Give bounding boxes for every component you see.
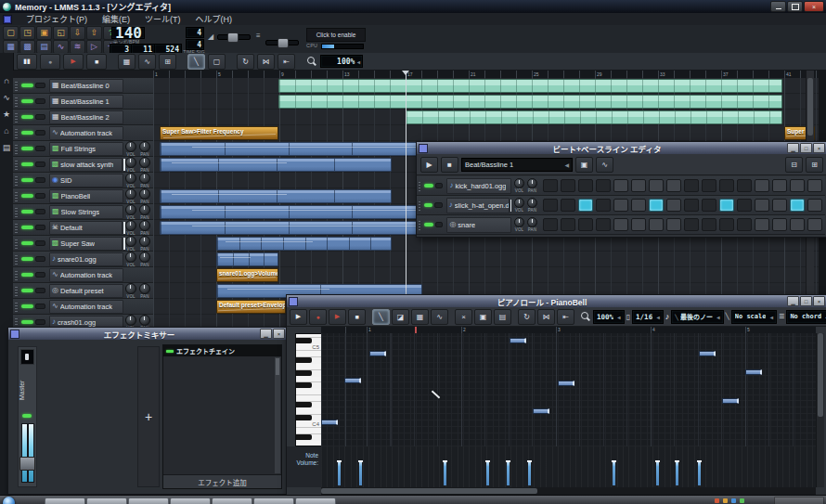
track-solo-led[interactable] bbox=[35, 304, 45, 309]
track-solo-led[interactable] bbox=[35, 130, 45, 136]
pan-knob[interactable] bbox=[139, 236, 150, 247]
track-grip[interactable] bbox=[15, 128, 18, 138]
track-grip[interactable] bbox=[15, 286, 18, 296]
step-cell[interactable] bbox=[666, 199, 681, 212]
track-grip[interactable] bbox=[15, 112, 18, 123]
fx-mixer-titlebar[interactable]: エフェクトミキサー ▁ × bbox=[8, 328, 287, 341]
track-solo-led[interactable] bbox=[435, 222, 444, 227]
black-key[interactable] bbox=[296, 382, 312, 388]
black-key[interactable] bbox=[296, 434, 312, 440]
track-solo-led[interactable] bbox=[35, 146, 45, 151]
step-cell[interactable] bbox=[684, 179, 699, 192]
step-cell[interactable] bbox=[543, 199, 558, 212]
step-cell[interactable] bbox=[807, 218, 822, 231]
track-mute-led[interactable] bbox=[21, 178, 33, 182]
automation-editor-toggle-button[interactable]: ∿ bbox=[53, 40, 69, 54]
pan-knob[interactable] bbox=[527, 178, 537, 188]
step-cell[interactable] bbox=[631, 218, 646, 231]
note-volume-bar[interactable] bbox=[338, 460, 341, 485]
bb-editor-titlebar[interactable]: ビート+ベースライン エディタ ▁ □ × bbox=[417, 142, 826, 155]
track-mute-led[interactable] bbox=[21, 162, 33, 166]
track-mute-led[interactable] bbox=[21, 273, 33, 277]
pan-knob[interactable] bbox=[139, 141, 150, 152]
record-button[interactable]: ● bbox=[40, 54, 60, 70]
pr-stop-button[interactable]: ■ bbox=[348, 309, 366, 325]
white-key[interactable] bbox=[296, 408, 321, 415]
pan-knob[interactable] bbox=[139, 188, 150, 200]
track-solo-led[interactable] bbox=[35, 240, 45, 246]
add-sample-track-button[interactable]: ∿ bbox=[138, 54, 156, 70]
track-name-button[interactable]: ◎Default preset bbox=[49, 284, 123, 298]
step-cell[interactable] bbox=[578, 199, 593, 212]
taskbar-button[interactable] bbox=[253, 498, 294, 504]
pan-knob[interactable] bbox=[139, 252, 150, 263]
save-project-button[interactable]: ▣ bbox=[36, 26, 52, 40]
midi-note[interactable] bbox=[344, 378, 361, 383]
note-volume-bar[interactable] bbox=[444, 460, 446, 485]
pr-close-button[interactable]: × bbox=[813, 296, 825, 306]
step-cell[interactable] bbox=[807, 179, 822, 192]
pr-zoom-control[interactable]: 100%◀ bbox=[593, 310, 625, 324]
computer-icon[interactable]: ▤ bbox=[0, 140, 13, 154]
pan-knob[interactable] bbox=[139, 220, 150, 231]
volume-knob[interactable] bbox=[125, 283, 136, 294]
pan-knob[interactable] bbox=[139, 315, 150, 326]
note-length-control[interactable]: ╲最後のノー◀ bbox=[671, 310, 723, 324]
step-cell[interactable] bbox=[649, 218, 664, 231]
step-cell[interactable] bbox=[737, 179, 752, 192]
track-mute-led[interactable] bbox=[424, 223, 433, 226]
track-solo-led[interactable] bbox=[35, 209, 45, 214]
step-cell[interactable] bbox=[737, 199, 752, 212]
step-cell[interactable] bbox=[561, 218, 575, 231]
volume-knob[interactable] bbox=[514, 217, 524, 227]
midi-note[interactable] bbox=[558, 381, 574, 386]
step-cell[interactable] bbox=[649, 199, 664, 212]
master-volume-slider[interactable] bbox=[217, 34, 251, 40]
midi-note[interactable] bbox=[745, 369, 762, 375]
step-cell[interactable] bbox=[772, 179, 787, 192]
piano-roll-toggle-button[interactable]: ▤ bbox=[36, 40, 52, 54]
piano-roll-vscrollbar-thumb[interactable] bbox=[818, 333, 823, 417]
menu-item-help[interactable]: ヘルプ(H) bbox=[188, 13, 240, 25]
loop-toggle-button[interactable]: ↻ bbox=[237, 54, 254, 70]
edit-mode-button[interactable]: ▢ bbox=[208, 54, 226, 70]
step-cell[interactable] bbox=[596, 179, 611, 192]
volume-knob[interactable] bbox=[125, 220, 136, 231]
black-key[interactable] bbox=[296, 370, 312, 376]
taskbar-button[interactable] bbox=[45, 498, 85, 504]
pause-button[interactable]: ▮▮ bbox=[17, 54, 37, 70]
volume-knob[interactable] bbox=[125, 252, 136, 263]
note-volume-bar[interactable] bbox=[656, 460, 659, 485]
bb-close-button[interactable]: × bbox=[813, 143, 825, 153]
volume-knob[interactable] bbox=[125, 236, 136, 247]
orange-clip[interactable]: Default preset>Envelope/LFO bbox=[216, 300, 286, 314]
volume-knob[interactable] bbox=[514, 198, 524, 208]
add-effect-button[interactable]: エフェクト追加 bbox=[163, 474, 281, 488]
track-name-button[interactable]: ◉SID bbox=[49, 174, 123, 187]
note-volume-bar[interactable] bbox=[507, 460, 510, 485]
track-grip[interactable] bbox=[15, 317, 18, 328]
tray-icon[interactable] bbox=[731, 498, 736, 503]
track-grip[interactable] bbox=[419, 200, 420, 211]
pan-knob[interactable] bbox=[139, 173, 150, 184]
black-key[interactable] bbox=[296, 357, 312, 363]
white-key[interactable] bbox=[296, 377, 321, 383]
track-mute-led[interactable] bbox=[21, 115, 33, 119]
q-control[interactable]: 1/16◀ bbox=[632, 310, 664, 324]
master-channel-strip[interactable]: Master bbox=[18, 346, 37, 487]
midi-note[interactable] bbox=[699, 351, 716, 356]
chord-control[interactable]: No chord◀ bbox=[786, 310, 826, 324]
effect-chain-scrollbar[interactable] bbox=[275, 357, 280, 473]
black-key[interactable] bbox=[296, 402, 312, 407]
track-solo-led[interactable] bbox=[435, 183, 444, 188]
midi-note[interactable] bbox=[321, 420, 338, 425]
record-play-button[interactable]: ▶ bbox=[63, 54, 84, 70]
track-grip[interactable] bbox=[419, 181, 420, 191]
fx-minimize-button[interactable]: ▁ bbox=[260, 329, 272, 339]
step-cell[interactable] bbox=[613, 218, 628, 231]
blue-clip[interactable] bbox=[216, 252, 278, 266]
step-cell[interactable] bbox=[543, 218, 558, 231]
orange-clip[interactable]: Super Saw>Filter Frequency bbox=[160, 126, 278, 140]
white-key[interactable] bbox=[296, 389, 321, 395]
volume-knob[interactable] bbox=[125, 173, 136, 184]
